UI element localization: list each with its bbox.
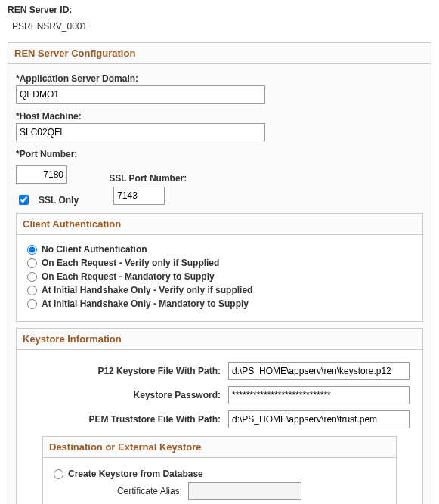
keystore-password-input[interactable]: [228, 386, 410, 404]
port-number-label: Port Number:: [16, 149, 423, 159]
certificate-alias-label: Certificate Alias:: [84, 486, 182, 496]
client-auth-options: No Client Authentication On Each Request…: [17, 235, 422, 321]
ssl-port-number-label: SSL Port Number:: [109, 173, 187, 184]
port-number-input[interactable]: [16, 165, 67, 184]
ssl-only-checkbox[interactable]: [19, 195, 29, 205]
pem-truststore-input[interactable]: [228, 410, 410, 428]
host-machine-label: Host Machine:: [16, 111, 423, 122]
client-auth-radio-handshake-mandatory[interactable]: [27, 299, 37, 309]
ren-server-config-panel: REN Server Configuration Application Ser…: [8, 42, 431, 504]
ssl-port-number-input[interactable]: [113, 187, 165, 205]
create-keystore-label: Create Keystore from Database: [68, 468, 203, 479]
client-auth-radio-none[interactable]: [27, 245, 37, 255]
ren-server-config-title: REN Server Configuration: [8, 43, 431, 64]
ssl-only-label: SSL Only: [39, 195, 79, 206]
client-auth-radio-each-supplied[interactable]: [27, 258, 37, 268]
keystore-info-title: Keystore Information: [17, 329, 422, 350]
client-auth-label-0: No Client Authentication: [42, 244, 147, 255]
p12-keystore-input[interactable]: [228, 362, 410, 380]
certificate-alias-input[interactable]: [188, 482, 301, 500]
create-keystore-radio[interactable]: [54, 469, 63, 479]
client-auth-radio-handshake-supplied[interactable]: [27, 286, 37, 295]
destination-keystore-title: Destination or External Keystore: [43, 437, 396, 458]
client-auth-radio-each-mandatory[interactable]: [27, 272, 37, 282]
keystore-info-panel: Keystore Information P12 Keystore File W…: [16, 328, 423, 504]
client-auth-title: Client Authentication: [17, 214, 422, 235]
app-server-domain-input[interactable]: [16, 85, 265, 104]
client-auth-label-3: At Initial Handshake Only - Verify only …: [42, 285, 252, 295]
p12-keystore-label: P12 Keystore File With Path:: [27, 366, 228, 376]
app-server-domain-label: Application Server Domain:: [16, 73, 423, 84]
client-auth-panel: Client Authentication No Client Authenti…: [16, 213, 423, 322]
pem-truststore-label: PEM Truststore File With Path:: [27, 414, 228, 425]
client-auth-label-2: On Each Request - Mandatory to Supply: [42, 271, 215, 282]
host-machine-input[interactable]: [16, 123, 265, 141]
keystore-password-label: Keystore Password:: [27, 390, 228, 400]
client-auth-label-4: At Initial Handshake Only - Mandatory to…: [42, 298, 249, 309]
ren-server-id-value: PSRENSRV_0001: [12, 21, 431, 32]
ren-server-id-label: REN Server ID:: [8, 5, 431, 15]
destination-keystore-panel: Destination or External Keystore Create …: [42, 436, 397, 504]
client-auth-label-1: On Each Request - Verify only if Supplie…: [42, 258, 219, 268]
